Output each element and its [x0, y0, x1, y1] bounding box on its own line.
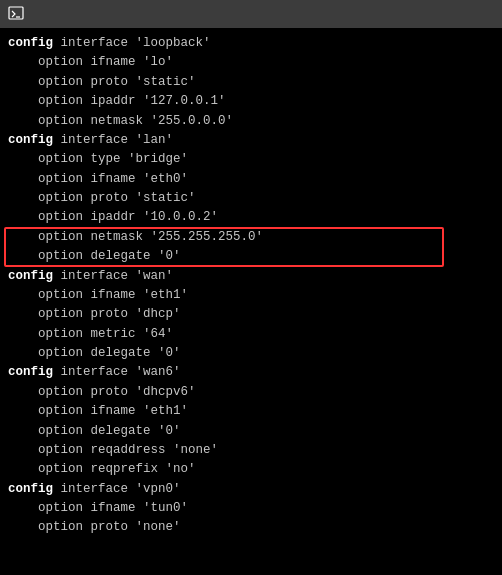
terminal-line: option delegate '0': [8, 344, 494, 363]
terminal-line: option ifname 'lo': [8, 53, 494, 72]
terminal-line: option metric '64': [8, 325, 494, 344]
terminal-line: config interface 'wan6': [8, 363, 494, 382]
terminal-line: option proto 'static': [8, 189, 494, 208]
terminal-line: config interface 'vpn0': [8, 480, 494, 499]
terminal-line: config interface 'lan': [8, 131, 494, 150]
terminal-line: option delegate '0': [8, 422, 494, 441]
terminal-line: option netmask '255.255.255.0': [8, 228, 494, 247]
terminal-line: option ifname 'eth1': [8, 402, 494, 421]
title-bar: [0, 0, 502, 28]
terminal-line: option type 'bridge': [8, 150, 494, 169]
terminal-line: option proto 'static': [8, 73, 494, 92]
terminal-line: option reqaddress 'none': [8, 441, 494, 460]
terminal-line: option ipaddr '10.0.0.2': [8, 208, 494, 227]
terminal-line: option proto 'dhcp': [8, 305, 494, 324]
terminal-line: option ifname 'eth1': [8, 286, 494, 305]
terminal-line: config interface 'wan': [8, 267, 494, 286]
terminal-line: option reqprefix 'no': [8, 460, 494, 479]
terminal[interactable]: config interface 'loopback' option ifnam…: [0, 28, 502, 575]
terminal-line: option proto 'none': [8, 518, 494, 537]
terminal-line: option netmask '255.0.0.0': [8, 112, 494, 131]
terminal-line: option delegate '0': [8, 247, 494, 266]
terminal-line: option proto 'dhcpv6': [8, 383, 494, 402]
terminal-line: config interface 'loopback': [8, 34, 494, 53]
terminal-icon: [8, 6, 24, 22]
terminal-line: option ifname 'eth0': [8, 170, 494, 189]
terminal-line: option ifname 'tun0': [8, 499, 494, 518]
terminal-line: option ipaddr '127.0.0.1': [8, 92, 494, 111]
terminal-content: config interface 'loopback' option ifnam…: [8, 34, 494, 538]
